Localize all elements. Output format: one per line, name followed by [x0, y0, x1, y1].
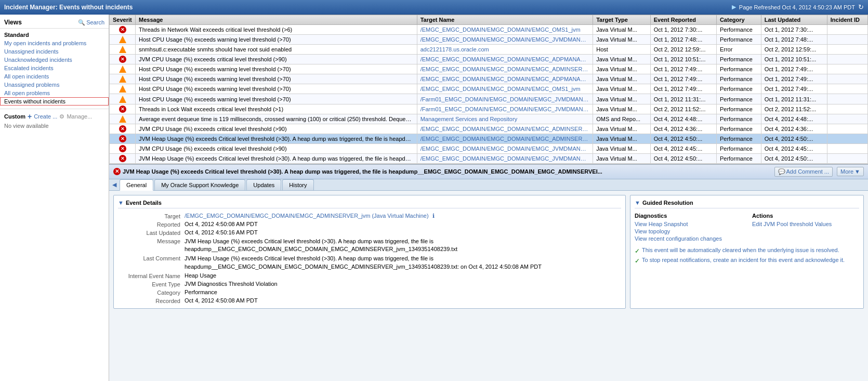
- last-updated-value: Oct 4, 2012 4:50:16 AM PDT: [185, 229, 621, 236]
- target-type-cell: Java Virtual M...: [593, 124, 651, 134]
- sidebar-item-all-open-problems[interactable]: All open problems: [0, 89, 109, 97]
- tab-updates[interactable]: Updates: [246, 179, 281, 190]
- sidebar-item-escalated[interactable]: Escalated incidents: [0, 64, 109, 72]
- link-view-recent-config[interactable]: View recent configuration changes: [635, 235, 742, 242]
- sidebar-title: Views: [4, 19, 22, 26]
- col-category[interactable]: Category: [716, 15, 761, 25]
- link-view-heap-snapshot[interactable]: View Heap Snapshot: [635, 221, 742, 227]
- guided-collapse-icon[interactable]: ▼: [635, 200, 640, 206]
- updated-cell: Oct 1, 2012 7:49:...: [761, 64, 827, 74]
- updated-cell: Oct 1, 2012 7:30:...: [761, 25, 827, 35]
- sidebar-item-unacknowledged[interactable]: Unacknowledged incidents: [0, 56, 109, 64]
- table-row[interactable]: Host CPU Usage (%) exceeds warning level…: [110, 74, 868, 84]
- reported-label: Reported: [118, 221, 180, 228]
- target-type-cell: Java Virtual M...: [593, 134, 651, 143]
- col-target-type[interactable]: Target Type: [593, 15, 651, 25]
- play-icon[interactable]: ▶: [732, 4, 736, 10]
- target-cell[interactable]: /EMGC_EMGC_DOMAIN/EMGC_DOMAIN/EMGC_OMS1_…: [417, 25, 593, 35]
- content-area: Severit Message Target Name Target Type …: [109, 15, 868, 381]
- sidebar-manage-btn[interactable]: Manage...: [67, 113, 92, 120]
- target-cell[interactable]: Management Services and Repository: [417, 114, 593, 124]
- incident-cell: [827, 94, 867, 104]
- sidebar-item-all-open[interactable]: All open incidents: [0, 72, 109, 81]
- tab-nav-left[interactable]: ◀: [109, 179, 120, 190]
- sidebar-item-events-without-incidents[interactable]: Events without incidents: [0, 97, 109, 106]
- table-row[interactable]: snmhsutl.c:executable snmhs should have …: [110, 45, 868, 55]
- incident-cell: [827, 74, 867, 84]
- guided-resolution-header: ▼ Guided Resolution: [635, 200, 859, 208]
- category-cell: Performance: [716, 84, 761, 94]
- target-type-cell: Java Virtual M...: [593, 84, 651, 94]
- table-row[interactable]: ✕JVM Heap Usage (%) exceeds Critical lev…: [110, 153, 868, 163]
- table-row[interactable]: Host CPU Usage (%) exceeds warning level…: [110, 84, 868, 94]
- reported-cell: Oct 1, 2012 10:51:...: [650, 55, 716, 64]
- target-cell[interactable]: /EMGC_EMGC_DOMAIN/EMGC_DOMAIN/EMGC_OMS1_…: [417, 84, 593, 94]
- table-row[interactable]: ✕JVM Heap Usage (%) exceeds Critical lev…: [110, 134, 868, 143]
- table-row[interactable]: ✕Threads in Lock Wait exceeds critical l…: [110, 104, 868, 114]
- target-cell[interactable]: /EMGC_EMGC_DOMAIN/EMGC_DOMAIN/EMGC_ADMIN…: [417, 64, 593, 74]
- table-row[interactable]: Host CPU Usage (%) exceeds warning level…: [110, 35, 868, 45]
- incident-cell: [827, 153, 867, 163]
- target-cell[interactable]: /EMGC_EMGC_DOMAIN/EMGC_DOMAIN/EMGC_JVMDM…: [417, 143, 593, 153]
- target-cell[interactable]: /EMGC_EMGC_DOMAIN/EMGC_DOMAIN/EMGC_JVMDM…: [417, 153, 593, 163]
- table-row[interactable]: Host CPU Usage (%) exceeds warning level…: [110, 64, 868, 74]
- target-cell[interactable]: /Farm01_EMGC_DOMAIN/EMGC_DOMAIN/EMGC_JVM…: [417, 104, 593, 114]
- target-cell[interactable]: adc2121178.us.oracle.com: [417, 45, 593, 55]
- target-cell[interactable]: /Farm01_EMGC_DOMAIN/EMGC_DOMAIN/EMGC_JVM…: [417, 94, 593, 104]
- more-btn[interactable]: More ▼: [837, 167, 864, 176]
- table-row[interactable]: ✕JVM CPU Usage (%) exceeds critical leve…: [110, 55, 868, 64]
- target-cell[interactable]: /EMGC_EMGC_DOMAIN/EMGC_DOMAIN/EMGC_ADPMA…: [417, 55, 593, 64]
- col-updated[interactable]: Last Updated: [761, 15, 827, 25]
- link-edit-jvm-pool[interactable]: Edit JVM Pool threshold Values: [752, 221, 859, 227]
- tab-oracle-support[interactable]: My Oracle Support Knowledge: [154, 179, 245, 190]
- target-cell[interactable]: /EMGC_EMGC_DOMAIN/EMGC_DOMAIN/EMGC_ADPMA…: [417, 74, 593, 84]
- diagnostics-title: Diagnostics: [635, 213, 742, 219]
- incident-cell: [827, 84, 867, 94]
- incident-cell: [827, 25, 867, 35]
- target-cell[interactable]: /EMGC_EMGC_DOMAIN/EMGC_DOMAIN/EMGC_ADMIN…: [417, 134, 593, 143]
- updated-cell: Oct 4, 2012 4:45:...: [761, 143, 827, 153]
- detail-actions: 💬 Add Comment ... More ▼: [774, 167, 864, 177]
- table-row[interactable]: Average event dequeue time is 119 millis…: [110, 114, 868, 124]
- add-comment-btn[interactable]: 💬 Add Comment ...: [774, 167, 833, 177]
- create-plus-icon: +: [28, 112, 32, 121]
- severity-cell: [110, 84, 136, 94]
- table-row[interactable]: Host CPU Usage (%) exceeds warning level…: [110, 94, 868, 104]
- target-type-cell: Host: [593, 45, 651, 55]
- table-row[interactable]: ✕Threads in Network Wait exceeds critica…: [110, 25, 868, 35]
- recorded-value: Oct 4, 2012 4:50:08 AM PDT: [185, 297, 621, 304]
- refresh-icon[interactable]: ↻: [858, 3, 864, 11]
- col-message[interactable]: Message: [136, 15, 417, 25]
- sidebar-create-btn[interactable]: Create ...: [34, 113, 57, 120]
- sidebar: Views 🔍 Search Standard My open incident…: [0, 15, 109, 381]
- tab-general[interactable]: General: [120, 179, 153, 191]
- tab-history[interactable]: History: [282, 179, 313, 190]
- sidebar-item-unassigned-problems[interactable]: Unassigned problems: [0, 81, 109, 89]
- detail-title-text: JVM Heap Usage (%) exceeds Critical leve…: [123, 168, 602, 175]
- col-reported[interactable]: Event Reported: [650, 15, 716, 25]
- target-cell[interactable]: /EMGC_EMGC_DOMAIN/EMGC_DOMAIN/EMGC_ADMIN…: [417, 124, 593, 134]
- collapse-icon[interactable]: ▼: [118, 200, 124, 206]
- severity-warning-icon: [119, 46, 126, 53]
- reported-cell: Oct 4, 2012 4:45:...: [650, 143, 716, 153]
- guided-check-1: ✓ This event will be automatically clear…: [635, 247, 859, 255]
- reported-value: Oct 4, 2012 4:50:08 AM PDT: [185, 221, 621, 228]
- link-view-topology[interactable]: View topology: [635, 228, 742, 234]
- message-cell: JVM Heap Usage (%) exceeds Critical leve…: [136, 134, 417, 143]
- severity-critical-icon: ✕: [119, 155, 126, 162]
- col-severity[interactable]: Severit: [110, 15, 136, 25]
- sidebar-search-btn[interactable]: 🔍 Search: [78, 19, 104, 26]
- sidebar-item-my-open[interactable]: My open incidents and problems: [0, 39, 109, 47]
- updated-cell: Oct 4, 2012 4:50:...: [761, 153, 827, 163]
- table-row[interactable]: ✕JVM CPU Usage (%) exceeds critical leve…: [110, 124, 868, 134]
- col-target[interactable]: Target Name: [417, 15, 593, 25]
- col-incident[interactable]: Incident ID: [827, 15, 867, 25]
- sidebar-item-unassigned-incidents[interactable]: Unassigned incidents: [0, 47, 109, 56]
- table-row[interactable]: ✕JVM CPU Usage (%) exceeds critical leve…: [110, 143, 868, 153]
- internal-event-value: Heap Usage: [185, 272, 621, 279]
- comment-icon: 💬: [778, 168, 785, 175]
- detail-header: ✕ JVM Heap Usage (%) exceeds Critical le…: [109, 165, 868, 179]
- event-details-grid: Target /EMGC_EMGC_DOMAIN/EMGC_DOMAIN/EMG…: [118, 213, 621, 305]
- target-value[interactable]: /EMGC_EMGC_DOMAIN/EMGC_DOMAIN/EMGC_ADMIN…: [185, 213, 621, 219]
- target-cell[interactable]: /EMGC_EMGC_DOMAIN/EMGC_DOMAIN/EMGC_JVMDM…: [417, 35, 593, 45]
